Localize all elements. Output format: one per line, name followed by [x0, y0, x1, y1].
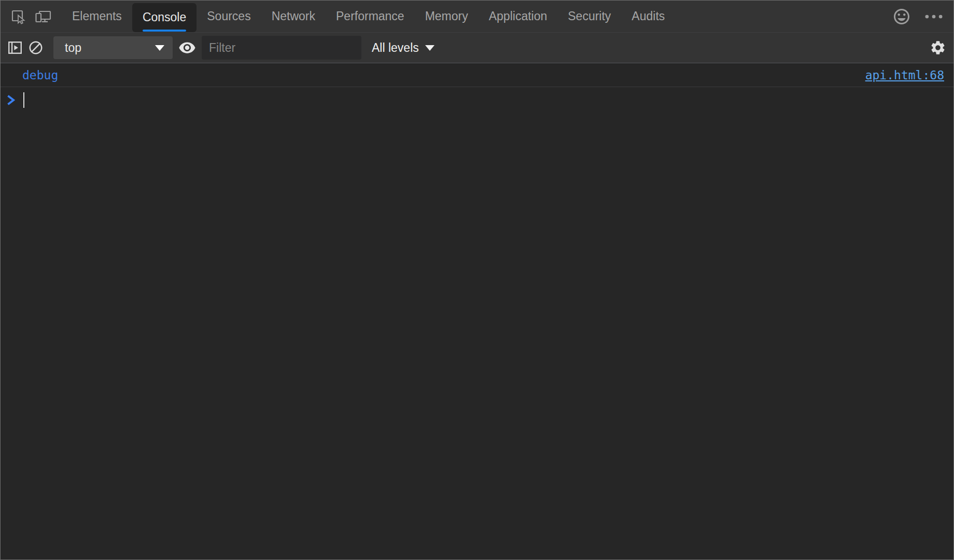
show-console-sidebar-button[interactable] — [5, 33, 25, 63]
console-prompt[interactable] — [1, 87, 953, 113]
text-cursor — [23, 92, 24, 108]
console-toolbar: top All levels — [1, 33, 953, 63]
console-settings-button[interactable] — [928, 33, 948, 63]
panel-tabs: Elements Console Sources Network Perform… — [62, 1, 675, 33]
live-expression-eye-icon — [178, 39, 196, 57]
console-filter-input[interactable] — [202, 36, 361, 60]
tab-audits[interactable]: Audits — [621, 1, 675, 33]
log-levels-label: All levels — [372, 41, 419, 55]
show-console-sidebar-icon — [7, 40, 23, 55]
toggle-device-toolbar-icon — [34, 9, 52, 24]
devtools-tab-bar: Elements Console Sources Network Perform… — [1, 1, 953, 33]
clear-console-icon — [28, 40, 44, 55]
tab-application[interactable]: Application — [479, 1, 558, 33]
console-message-text: debug — [1, 68, 58, 82]
clear-console-button[interactable] — [25, 33, 46, 63]
console-message-source-link[interactable]: api.html:68 — [865, 68, 953, 82]
console-prompt-chevron-icon — [7, 95, 16, 105]
more-options-button[interactable] — [921, 1, 946, 33]
chevron-down-icon — [155, 45, 164, 51]
tab-performance[interactable]: Performance — [326, 1, 415, 33]
tab-memory[interactable]: Memory — [415, 1, 479, 33]
console-message-row: debug api.html:68 — [1, 63, 953, 87]
inspect-element-icon — [10, 8, 26, 25]
console-settings-gear-icon — [930, 39, 946, 56]
feedback-button[interactable] — [889, 1, 914, 33]
console-output-area[interactable]: debug api.html:68 — [1, 63, 953, 559]
active-tab-indicator — [143, 30, 186, 32]
more-options-icon — [924, 7, 944, 26]
inspect-element-button[interactable] — [6, 1, 31, 33]
context-selector-value: top — [65, 41, 155, 55]
javascript-context-selector[interactable]: top — [53, 36, 173, 59]
log-levels-dropdown[interactable]: All levels — [372, 41, 434, 55]
smiley-feedback-icon — [892, 7, 911, 26]
tabbar-right-controls — [889, 1, 953, 33]
tab-elements[interactable]: Elements — [62, 1, 132, 33]
tab-network[interactable]: Network — [261, 1, 326, 33]
tab-security[interactable]: Security — [557, 1, 621, 33]
toggle-device-toolbar-button[interactable] — [31, 1, 55, 33]
chevron-down-icon — [425, 45, 434, 51]
tab-console[interactable]: Console — [132, 3, 197, 32]
create-live-expression-button[interactable] — [177, 33, 198, 63]
tab-sources[interactable]: Sources — [197, 1, 261, 33]
